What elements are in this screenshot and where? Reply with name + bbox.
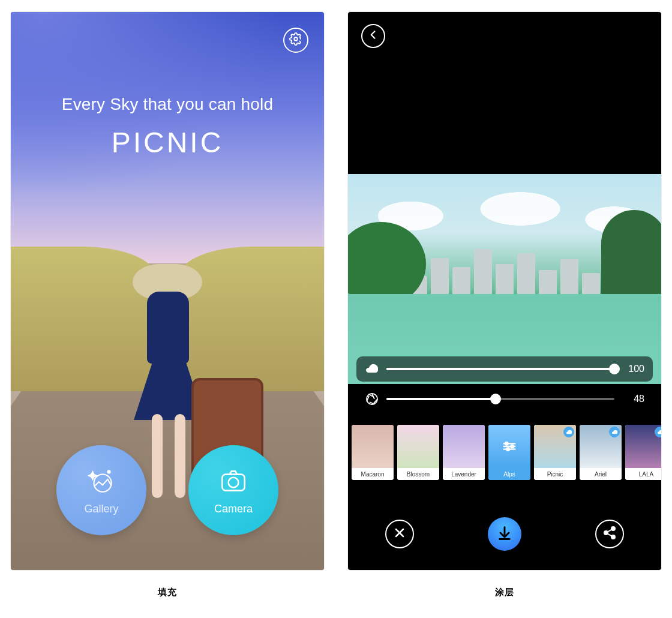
svg-point-9 [611, 527, 615, 530]
camera-icon [218, 466, 248, 503]
cancel-button[interactable] [385, 520, 414, 548]
editor-screen: 100 48 MacaronBlossomLavend [348, 12, 661, 570]
aperture-icon [365, 392, 379, 406]
svg-point-11 [611, 535, 615, 539]
caption-left: 填充 [158, 587, 177, 598]
filter-lavender[interactable]: Lavender [443, 425, 485, 480]
download-button[interactable] [488, 517, 521, 551]
tagline: Every Sky that you can hold [11, 95, 324, 114]
back-button[interactable] [361, 24, 385, 48]
cloud-badge-icon [609, 427, 620, 437]
filter-label: Alps [488, 468, 530, 480]
filter-alps[interactable]: Alps [488, 425, 530, 480]
camera-button-label: Camera [214, 503, 253, 515]
filter-macaron[interactable]: Macaron [352, 425, 394, 480]
gallery-sparkle-icon [86, 466, 116, 503]
gallery-button[interactable]: Gallery [56, 445, 146, 535]
svg-point-4 [229, 477, 239, 487]
cloud-icon [365, 362, 379, 376]
filter-picnic[interactable]: Picnic [534, 425, 576, 480]
aperture-slider-value: 48 [622, 394, 644, 404]
filter-label: Lavender [443, 468, 485, 480]
camera-button[interactable]: Camera [188, 445, 278, 535]
svg-point-10 [604, 531, 608, 535]
filter-label: Ariel [580, 468, 622, 480]
slider-track[interactable] [386, 368, 614, 370]
cloud-badge-icon [563, 427, 574, 437]
arrow-left-icon [367, 29, 379, 43]
caption-right: 涂层 [495, 587, 514, 598]
gallery-button-label: Gallery [84, 503, 118, 515]
filter-ariel[interactable]: Ariel [580, 425, 622, 480]
filter-blossom[interactable]: Blossom [397, 425, 439, 480]
filter-strip[interactable]: MacaronBlossomLavenderAlpsPicnicArielLAL… [348, 425, 661, 481]
aperture-slider[interactable]: 48 [356, 386, 653, 412]
photo-preview[interactable] [348, 174, 661, 384]
filter-label: Macaron [352, 468, 394, 480]
svg-point-7 [511, 445, 514, 448]
brand-logo: PICNIC [11, 126, 324, 159]
cloud-badge-icon [655, 427, 661, 437]
settings-button[interactable] [283, 28, 308, 53]
svg-point-0 [294, 37, 298, 41]
filter-lala[interactable]: LALA [625, 425, 661, 480]
filter-label: Picnic [534, 468, 576, 480]
share-icon [602, 526, 617, 542]
svg-point-1 [94, 474, 112, 491]
svg-point-2 [107, 470, 110, 473]
svg-point-6 [505, 442, 508, 445]
filter-label: LALA [625, 468, 661, 480]
close-icon [392, 526, 407, 542]
filter-label: Blossom [397, 468, 439, 480]
home-screen: Every Sky that you can hold PICNIC Galle… [11, 12, 324, 570]
bottom-bar [348, 517, 661, 551]
cloud-slider-value: 100 [622, 364, 644, 374]
share-button[interactable] [595, 520, 624, 548]
gear-icon [289, 32, 302, 48]
download-icon [496, 524, 513, 544]
svg-point-8 [506, 448, 509, 451]
slider-track[interactable] [386, 398, 614, 400]
cloud-slider[interactable]: 100 [356, 356, 653, 382]
